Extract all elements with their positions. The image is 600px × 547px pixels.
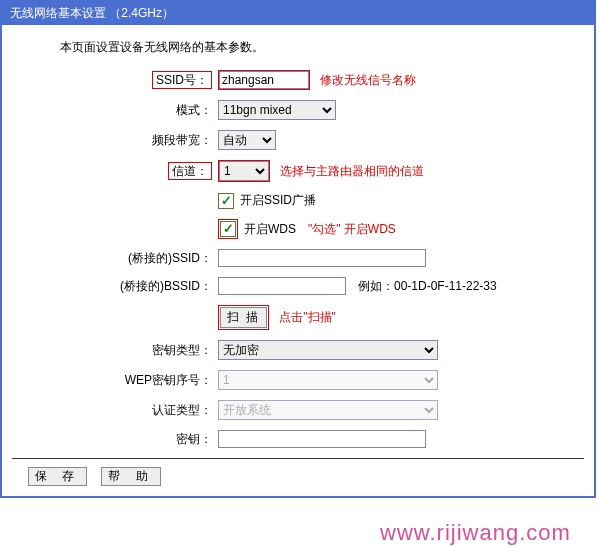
bandwidth-select[interactable]: 自动 xyxy=(218,130,276,150)
ssid-label: SSID号： xyxy=(152,71,212,89)
auth-label: 认证类型： xyxy=(12,402,218,419)
row-bridge-bssid: (桥接的)BSSID： 例如：00-1D-0F-11-22-33 xyxy=(12,277,584,295)
bandwidth-label: 频段带宽： xyxy=(12,132,218,149)
scan-button[interactable]: 扫 描 xyxy=(220,307,267,328)
ssid-broadcast-label: 开启SSID广播 xyxy=(240,192,316,209)
row-ssid: SSID号： 修改无线信号名称 xyxy=(12,70,584,90)
ssid-note: 修改无线信号名称 xyxy=(320,72,416,89)
scan-note: 点击"扫描" xyxy=(279,309,336,326)
row-enctype: 密钥类型： 无加密 xyxy=(12,340,584,360)
wepidx-select: 1 xyxy=(218,370,438,390)
row-auth: 认证类型： 开放系统 xyxy=(12,400,584,420)
panel-title: 无线网络基本设置 （2.4GHz） xyxy=(2,2,594,25)
row-wds: 开启WDS "勾选" 开启WDS xyxy=(12,219,584,239)
help-button[interactable]: 帮 助 xyxy=(101,467,160,486)
row-wepidx: WEP密钥序号： 1 xyxy=(12,370,584,390)
wireless-settings-panel: 无线网络基本设置 （2.4GHz） 本页面设置设备无线网络的基本参数。 SSID… xyxy=(0,0,596,498)
row-bridge-ssid: (桥接的)SSID： xyxy=(12,249,584,267)
row-channel: 信道： 1 选择与主路由器相同的信道 xyxy=(12,160,584,182)
bssid-example: 例如：00-1D-0F-11-22-33 xyxy=(358,278,497,295)
divider xyxy=(12,458,584,459)
enctype-label: 密钥类型： xyxy=(12,342,218,359)
bridge-bssid-input[interactable] xyxy=(218,277,346,295)
auth-select: 开放系统 xyxy=(218,400,438,420)
wds-note: "勾选" 开启WDS xyxy=(308,221,396,238)
enctype-select[interactable]: 无加密 xyxy=(218,340,438,360)
key-input[interactable] xyxy=(218,430,426,448)
mode-select[interactable]: 11bgn mixed xyxy=(218,100,336,120)
channel-label: 信道： xyxy=(168,162,212,180)
row-scan: 扫 描 点击"扫描" xyxy=(12,305,584,330)
bridge-ssid-label: (桥接的)SSID： xyxy=(12,250,218,267)
bridge-ssid-input[interactable] xyxy=(218,249,426,267)
button-row: 保 存 帮 助 xyxy=(12,467,584,486)
wds-checkbox[interactable] xyxy=(220,221,236,237)
mode-label: 模式： xyxy=(12,102,218,119)
panel-body: 本页面设置设备无线网络的基本参数。 SSID号： 修改无线信号名称 模式： 11… xyxy=(2,25,594,496)
row-key: 密钥： xyxy=(12,430,584,448)
channel-select[interactable]: 1 xyxy=(219,161,269,181)
save-button[interactable]: 保 存 xyxy=(28,467,87,486)
key-label: 密钥： xyxy=(12,431,218,448)
row-bandwidth: 频段带宽： 自动 xyxy=(12,130,584,150)
ssid-broadcast-checkbox[interactable] xyxy=(218,193,234,209)
ssid-input[interactable] xyxy=(219,71,309,89)
channel-note: 选择与主路由器相同的信道 xyxy=(280,163,424,180)
row-ssid-broadcast: 开启SSID广播 xyxy=(12,192,584,209)
intro-text: 本页面设置设备无线网络的基本参数。 xyxy=(60,39,584,56)
wepidx-label: WEP密钥序号： xyxy=(12,372,218,389)
row-mode: 模式： 11bgn mixed xyxy=(12,100,584,120)
wds-label: 开启WDS xyxy=(244,221,296,238)
bridge-bssid-label: (桥接的)BSSID： xyxy=(12,278,218,295)
